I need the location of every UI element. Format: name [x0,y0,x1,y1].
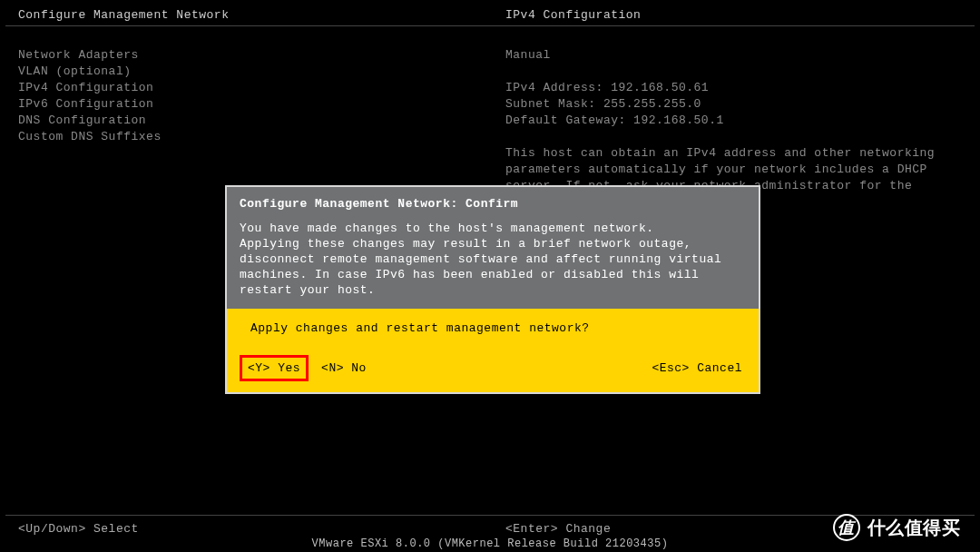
header-separator [5,25,975,26]
cancel-button[interactable]: <Esc> Cancel [646,358,746,379]
menu-item-dns-suffixes[interactable]: Custom DNS Suffixes [18,129,162,145]
footer-separator [5,515,975,516]
dialog-question: Apply changes and restart management net… [250,321,746,335]
confirm-dialog: Configure Management Network: Confirm Yo… [225,185,760,394]
menu-item-vlan[interactable]: VLAN (optional) [18,64,162,80]
info-mode: Manual [505,47,962,64]
info-gateway: Default Gateway: 192.168.50.1 [505,113,962,129]
info-ipv4: IPv4 Address: 192.168.50.61 [505,80,962,96]
sidebar-menu: Network Adapters VLAN (optional) IPv4 Co… [18,47,162,145]
no-button[interactable]: <N> No [316,358,372,379]
menu-item-dns[interactable]: DNS Configuration [18,113,162,129]
footer-hint-left: <Up/Down> Select [18,522,139,536]
menu-item-ipv4[interactable]: IPv4 Configuration [18,80,162,96]
watermark: 值 什么值得买 [833,514,961,541]
yes-button[interactable]: <Y> Yes [240,355,309,381]
menu-item-network-adapters[interactable]: Network Adapters [18,47,162,64]
dialog-title: Configure Management Network: Confirm [240,196,746,212]
watermark-icon: 值 [833,514,860,541]
menu-item-ipv6[interactable]: IPv6 Configuration [18,96,162,113]
page-title-left: Configure Management Network [18,8,229,22]
dialog-body: You have made changes to the host's mana… [240,221,746,298]
footer-hint-right: <Enter> Change [505,522,611,536]
watermark-text: 什么值得买 [867,516,961,540]
page-title-right: IPv4 Configuration [505,8,641,22]
info-mask: Subnet Mask: 255.255.255.0 [505,96,962,113]
